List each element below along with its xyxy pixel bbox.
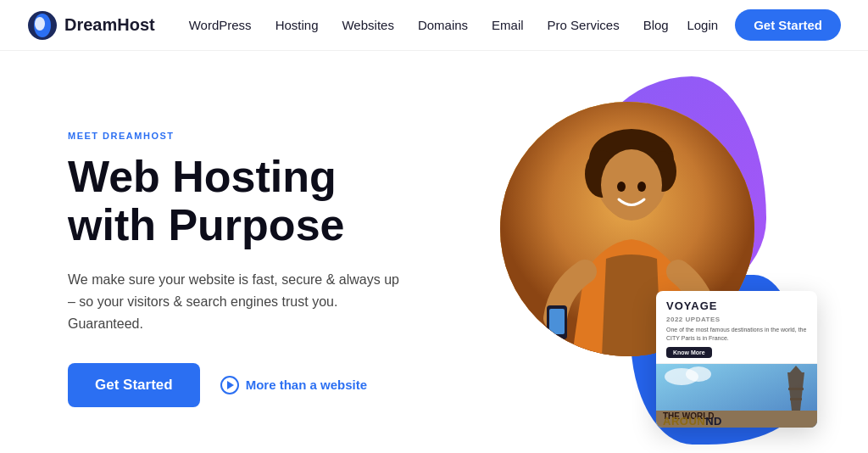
dreamhost-logo-icon [27, 10, 58, 41]
hero-content: MEET DREAMHOST Web Hosting with Purpose … [68, 131, 475, 407]
hero-title-line1: Web Hosting [68, 152, 337, 201]
hero-actions: Get Started More than a website [68, 363, 475, 407]
card-know-more-button[interactable]: Know More [666, 347, 712, 358]
brand-name: DreamHost [64, 15, 155, 35]
hero-title: Web Hosting with Purpose [68, 153, 475, 249]
navbar: DreamHost WordPress Hosting Websites Dom… [0, 0, 868, 51]
login-button[interactable]: Login [687, 18, 718, 32]
nav-actions: Login Get Started [687, 9, 841, 41]
hero-get-started-button[interactable]: Get Started [68, 363, 200, 407]
nav-hosting[interactable]: Hosting [275, 18, 319, 32]
nav-links: WordPress Hosting Websites Domains Email… [189, 18, 687, 32]
nav-websites[interactable]: Websites [342, 18, 393, 32]
play-triangle [227, 381, 234, 389]
svg-point-15 [686, 366, 711, 382]
svg-point-2 [35, 17, 45, 31]
more-than-website-label: More than a website [246, 378, 367, 392]
hero-illustration: VOYAGE 2022 UPDATES One of the most famo… [475, 85, 817, 453]
svg-rect-19 [788, 388, 804, 390]
meet-label: MEET DREAMHOST [68, 131, 475, 141]
svg-rect-20 [790, 398, 802, 400]
svg-point-8 [601, 149, 662, 221]
svg-rect-12 [549, 309, 565, 334]
svg-point-9 [617, 182, 626, 192]
play-icon [220, 376, 239, 394]
hero-section: MEET DREAMHOST Web Hosting with Purpose … [0, 51, 868, 453]
nav-blog[interactable]: Blog [643, 18, 669, 32]
svg-point-10 [637, 182, 646, 192]
nav-get-started-button[interactable]: Get Started [735, 9, 841, 41]
nav-email[interactable]: Email [492, 18, 524, 32]
card-brand: VOYAGE [666, 299, 807, 312]
more-than-website-link[interactable]: More than a website [220, 376, 367, 394]
card-header: VOYAGE 2022 UPDATES One of the most famo… [656, 291, 817, 364]
hero-title-line2: with Purpose [68, 200, 344, 249]
nav-domains[interactable]: Domains [418, 18, 468, 32]
logo[interactable]: DreamHost [27, 10, 155, 41]
hero-description: We make sure your website is fast, secur… [68, 269, 407, 336]
nav-pro-services[interactable]: Pro Services [548, 18, 620, 32]
card-image-area: THE WORLD AROUNND [656, 364, 817, 428]
card-around-text: AROUNND [663, 415, 722, 428]
card-update-label: 2022 UPDATES [666, 316, 807, 323]
card-description: One of the most famous destinations in t… [666, 326, 807, 343]
nav-wordpress[interactable]: WordPress [189, 18, 252, 32]
card-overlay: VOYAGE 2022 UPDATES One of the most famo… [656, 291, 817, 428]
